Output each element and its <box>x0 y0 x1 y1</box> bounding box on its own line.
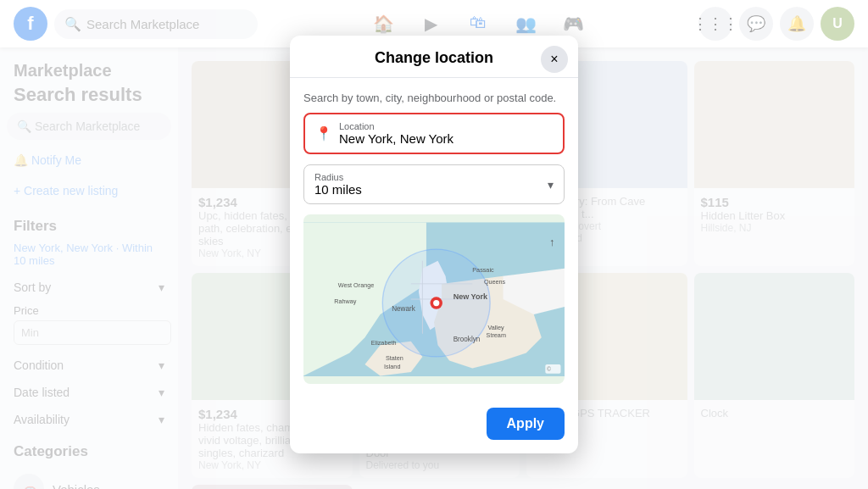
svg-text:Brooklyn: Brooklyn <box>453 336 481 343</box>
svg-text:Valley: Valley <box>487 324 504 331</box>
radius-select[interactable]: Radius 10 miles ▾ <box>303 164 565 204</box>
radius-value: 10 miles <box>314 182 548 197</box>
svg-text:Queens: Queens <box>484 278 506 286</box>
svg-text:Stream: Stream <box>487 331 506 339</box>
radius-inner: Radius 10 miles <box>314 172 548 197</box>
svg-text:Elizabeth: Elizabeth <box>371 339 397 347</box>
map-container: ↑ New York Newark Elizabeth Brooklyn Sta… <box>303 214 565 384</box>
svg-text:Staten: Staten <box>386 354 403 362</box>
svg-text:©: © <box>547 366 551 372</box>
svg-text:Island: Island <box>384 363 400 370</box>
svg-text:New York: New York <box>453 292 488 301</box>
radius-chevron-icon: ▾ <box>548 178 554 192</box>
modal-overlay: Change location × Search by town, city, … <box>0 0 868 489</box>
location-input-inner: Location New York, New York <box>339 121 553 146</box>
svg-text:Rahway: Rahway <box>334 297 357 305</box>
svg-text:Passaic: Passaic <box>472 266 494 274</box>
modal-header: Change location × <box>290 36 578 78</box>
map-svg: ↑ New York Newark Elizabeth Brooklyn Sta… <box>303 214 565 384</box>
location-field-value: New York, New York <box>339 131 553 146</box>
svg-text:↑: ↑ <box>549 236 554 248</box>
modal-close-btn[interactable]: × <box>541 46 568 73</box>
location-field-label: Location <box>339 121 553 131</box>
location-pin-icon: 📍 <box>315 125 332 142</box>
radius-label: Radius <box>314 172 548 182</box>
svg-point-6 <box>433 300 439 306</box>
apply-button[interactable]: Apply <box>487 408 565 440</box>
location-input-wrap[interactable]: 📍 Location New York, New York <box>303 113 565 154</box>
modal-footer: Apply <box>290 408 578 453</box>
svg-text:West Orange: West Orange <box>338 281 375 289</box>
change-location-modal: Change location × Search by town, city, … <box>290 36 578 453</box>
modal-body: Search by town, city, neighbourhood or p… <box>290 78 578 408</box>
svg-text:Newark: Newark <box>392 305 416 313</box>
modal-title: Change location <box>375 49 493 67</box>
modal-hint: Search by town, city, neighbourhood or p… <box>303 92 565 104</box>
